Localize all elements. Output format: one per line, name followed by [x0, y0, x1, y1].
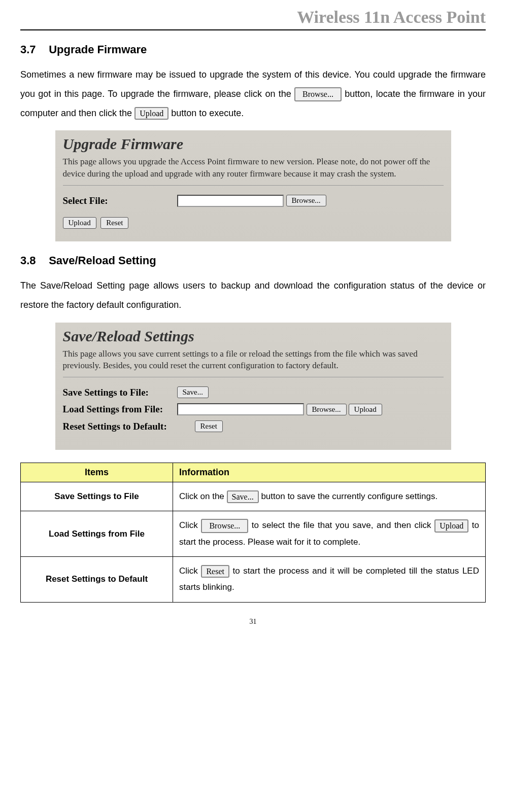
table-row: Reset Settings to Default Click Reset to…: [21, 557, 486, 603]
reset-button[interactable]: Reset: [100, 217, 128, 229]
save-reload-screenshot: Save/Reload Settings This page allows yo…: [55, 323, 451, 450]
save-button[interactable]: Save...: [177, 386, 209, 398]
upload-button-inline: Upload: [434, 519, 468, 532]
select-file-label: Select File:: [63, 195, 177, 206]
divider: [63, 377, 444, 377]
item-info: Click Reset to start the process and it …: [173, 557, 486, 603]
section-3-8-title: 3.8 Save/Reload Setting: [20, 254, 486, 267]
item-name: Save Settings to File: [21, 482, 173, 511]
browse-button[interactable]: Browse...: [307, 404, 347, 415]
section-3-8-paragraph: The Save/Reload Setting page allows user…: [20, 276, 486, 315]
reset-button[interactable]: Reset: [195, 420, 223, 432]
browse-button-inline: Browse...: [294, 87, 342, 101]
browse-button[interactable]: Browse...: [286, 195, 326, 206]
section-3-7-title: 3.7 Upgrade Firmware: [20, 43, 486, 56]
upload-button-inline: Upload: [134, 107, 168, 120]
select-file-row: Select File: Browse...: [63, 195, 444, 207]
screenshot-description: This page allows you save current settin…: [63, 348, 444, 377]
document-title: Wireless 11n Access Point: [297, 8, 486, 26]
file-input[interactable]: [177, 403, 304, 415]
settings-table: Items Information Save Settings to File …: [20, 463, 486, 602]
save-settings-row: Save Settings to File: Save...: [63, 386, 444, 398]
item-info: Click Browse... to select the file that …: [173, 511, 486, 557]
table-row: Save Settings to File Click on the Save.…: [21, 482, 486, 511]
save-settings-label: Save Settings to File:: [63, 387, 177, 398]
reset-button-inline: Reset: [201, 565, 229, 578]
section-3-7-paragraph: Sometimes a new firmware may be issued t…: [20, 65, 486, 123]
reset-settings-label: Reset Settings to Default:: [63, 421, 195, 432]
file-input[interactable]: [177, 195, 284, 207]
upload-button[interactable]: Upload: [63, 217, 96, 229]
button-row: Upload Reset: [63, 217, 444, 229]
browse-button-inline: Browse...: [201, 519, 248, 533]
reset-settings-row: Reset Settings to Default: Reset: [63, 420, 444, 432]
load-settings-label: Load Settings from File:: [63, 404, 177, 415]
page-number: 31: [20, 618, 486, 626]
load-settings-row: Load Settings from File: Browse... Uploa…: [63, 403, 444, 415]
page-header: Wireless 11n Access Point: [20, 5, 486, 30]
item-name: Reset Settings to Default: [21, 557, 173, 603]
screenshot-title: Upgrade Firmware: [63, 135, 444, 153]
save-button-inline: Save...: [227, 490, 259, 503]
table-header-info: Information: [173, 463, 486, 482]
screenshot-title: Save/Reload Settings: [63, 328, 444, 345]
item-info: Click on the Save... button to save the …: [173, 482, 486, 511]
screenshot-description: This page allows you upgrade the Access …: [63, 156, 444, 185]
divider: [63, 185, 444, 186]
upgrade-firmware-screenshot: Upgrade Firmware This page allows you up…: [55, 130, 451, 241]
table-row: Load Settings from File Click Browse... …: [21, 511, 486, 557]
table-header-items: Items: [21, 463, 173, 482]
upload-button[interactable]: Upload: [349, 404, 382, 415]
item-name: Load Settings from File: [21, 511, 173, 557]
